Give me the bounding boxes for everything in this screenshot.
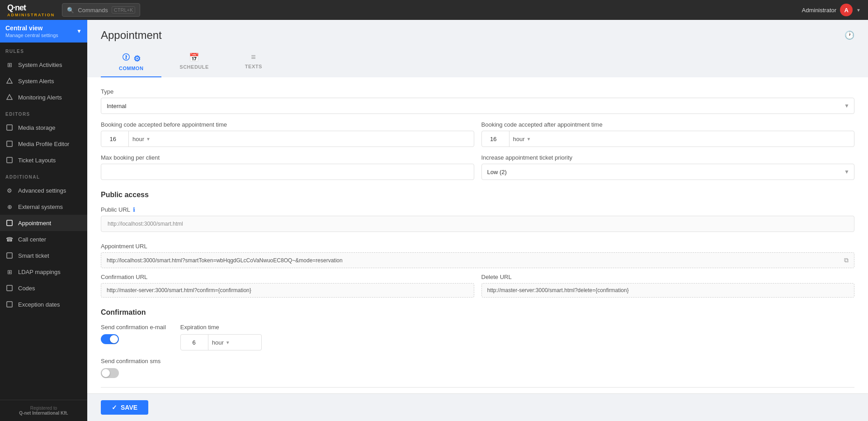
- expiration-time-input-row: hour ▼: [180, 334, 262, 350]
- codes-icon: [5, 284, 14, 292]
- max-booking-group: Max booking per client: [101, 154, 474, 180]
- tab-common[interactable]: ⚙ COMMON: [101, 49, 161, 77]
- booking-after-unit[interactable]: hour ▼: [509, 131, 535, 147]
- conf-del-url-row: Confirmation URL http://master-server:30…: [101, 274, 854, 298]
- sidebar-item-label: Media Profile Editor: [18, 141, 69, 147]
- sidebar-item-smart-ticket[interactable]: Smart ticket: [0, 247, 87, 264]
- confirmation-url-label: Confirmation URL: [101, 274, 474, 280]
- public-url-info-icon[interactable]: ℹ: [133, 206, 135, 213]
- sidebar-item-media-storage[interactable]: Media storage: [0, 119, 87, 136]
- send-email-label: Send confirmation e-mail: [101, 324, 166, 331]
- save-bar: ✓ SAVE: [87, 393, 868, 421]
- tab-texts[interactable]: ≡ TEXTS: [227, 49, 280, 77]
- user-dropdown-arrow[interactable]: ▼: [856, 8, 861, 13]
- topbar: Q·net ADMINISTRATION 🔍 Commands CTRL+K A…: [0, 0, 868, 20]
- booking-before-group: Booking code accepted before appointment…: [101, 121, 474, 147]
- save-checkmark-icon: ✓: [112, 404, 117, 411]
- type-select-arrow: ▼: [844, 103, 854, 109]
- delete-url-field: http://master-server:3000/smart.html?del…: [481, 283, 855, 298]
- booking-before-input-row: hour ▼: [101, 131, 474, 147]
- booking-before-unit[interactable]: hour ▼: [128, 131, 154, 147]
- booking-before-label: Booking code accepted before appointment…: [101, 121, 474, 128]
- sidebar-item-label: External systems: [18, 203, 63, 210]
- svg-rect-3: [7, 220, 12, 226]
- expiration-time-label: Expiration time: [180, 324, 262, 331]
- sidebar-item-appointment[interactable]: Appointment: [0, 215, 87, 231]
- search-bar[interactable]: 🔍 Commands CTRL+K: [62, 3, 140, 17]
- booking-before-input[interactable]: [101, 131, 128, 147]
- sidebar-item-ldap-mappings[interactable]: ⊞ LDAP mappings: [0, 264, 87, 280]
- svg-rect-6: [7, 302, 12, 307]
- copy-appointment-url-button[interactable]: ⧉: [844, 256, 849, 264]
- media-profile-editor-icon: [5, 140, 14, 148]
- external-systems-icon: ⊕: [5, 203, 14, 211]
- booking-after-label: Booking code accepted after appointment …: [481, 121, 855, 128]
- delete-url-label: Delete URL: [481, 274, 855, 280]
- send-sms-label: Send confirmation sms: [101, 358, 854, 364]
- system-activities-icon: ⊞: [5, 61, 14, 69]
- sidebar-item-label: System Alerts: [18, 78, 54, 85]
- sidebar-item-label: Exception dates: [18, 301, 60, 308]
- type-select-wrapper[interactable]: Internal External ▼: [101, 98, 854, 114]
- svg-rect-0: [7, 125, 12, 130]
- user-avatar[interactable]: A: [840, 4, 853, 16]
- sidebar-central-view[interactable]: Central view Manage central settings ▼: [0, 20, 87, 43]
- smart-ticket-icon: [5, 251, 14, 260]
- svg-rect-2: [7, 157, 12, 163]
- max-booking-input[interactable]: [101, 164, 474, 180]
- send-sms-toggle[interactable]: [101, 368, 119, 378]
- toggle-thumb-sms: [102, 369, 110, 377]
- sidebar-item-call-center[interactable]: ☎ Call center: [0, 231, 87, 247]
- send-email-group: Send confirmation e-mail: [101, 324, 166, 344]
- sidebar-brand: Q-net International Kft.: [5, 411, 82, 416]
- svg-rect-4: [7, 253, 12, 258]
- type-select[interactable]: Internal External: [101, 98, 844, 114]
- sidebar-item-advanced-settings[interactable]: ⚙ Advanced settings: [0, 182, 87, 199]
- sidebar-item-ticket-layouts[interactable]: Ticket Layouts: [0, 152, 87, 168]
- sidebar-item-external-systems[interactable]: ⊕ External systems: [0, 199, 87, 215]
- sidebar-subtitle: Manage central settings: [5, 33, 58, 38]
- sidebar-item-label: System Activities: [18, 61, 62, 68]
- toggle-thumb-email: [110, 335, 118, 343]
- priority-group: Increase appointment ticket priority Low…: [481, 154, 855, 180]
- sidebar-item-system-alerts[interactable]: System Alerts: [0, 73, 87, 89]
- sidebar-item-media-profile-editor[interactable]: Media Profile Editor: [0, 136, 87, 152]
- save-button[interactable]: ✓ SAVE: [101, 400, 148, 415]
- public-url-label: Public URL: [101, 206, 130, 213]
- send-email-row: Send confirmation e-mail Expiration time…: [101, 324, 854, 350]
- public-access-section: Public access Public URL ℹ http://localh…: [101, 191, 854, 298]
- sidebar-header-arrow: ▼: [76, 28, 82, 34]
- advanced-settings-icon: ⚙: [5, 186, 14, 194]
- content-header: Appointment 🕐: [87, 20, 868, 42]
- booking-row: Booking code accepted before appointment…: [101, 121, 854, 147]
- type-row: Type Internal External ▼: [101, 88, 854, 114]
- confirmation-title: Confirmation: [101, 308, 854, 317]
- delete-url-value: http://master-server:3000/smart.html?del…: [487, 287, 629, 293]
- history-icon[interactable]: 🕐: [844, 30, 854, 40]
- page-title: Appointment: [101, 29, 162, 42]
- sidebar-item-codes[interactable]: Codes: [0, 280, 87, 296]
- save-button-label: SAVE: [121, 404, 137, 411]
- sidebar-item-monitoring-alerts[interactable]: Monitoring Alerts: [0, 89, 87, 105]
- booking-before-unit-text: hour: [132, 136, 144, 142]
- sidebar-item-label: Appointment: [18, 220, 51, 227]
- booking-after-input[interactable]: [482, 131, 509, 147]
- expiration-unit[interactable]: hour ▼: [208, 335, 234, 350]
- expiration-time-input[interactable]: [181, 335, 208, 350]
- logo-subtitle: ADMINISTRATION: [7, 13, 55, 17]
- priority-select-wrapper[interactable]: Low (2) Medium (3) High (4) ▼: [481, 164, 855, 180]
- priority-select[interactable]: Low (2) Medium (3) High (4): [482, 164, 844, 180]
- search-shortcut: CTRL+K: [112, 6, 136, 14]
- send-email-toggle[interactable]: [101, 334, 119, 344]
- form-area: Type Internal External ▼ Booking code ac…: [87, 77, 868, 421]
- sidebar-item-label: Ticket Layouts: [18, 157, 56, 164]
- content-area: Appointment 🕐 ⚙ COMMON 📅 SCHEDULE ≡ TEXT…: [87, 20, 868, 421]
- tab-schedule[interactable]: 📅 SCHEDULE: [161, 49, 227, 77]
- ldap-icon: ⊞: [5, 268, 14, 276]
- user-name: Administrator: [802, 7, 837, 14]
- confirmation-url-group: Confirmation URL http://master-server:30…: [101, 274, 474, 298]
- sidebar-item-system-activities[interactable]: ⊞ System Activities: [0, 57, 87, 73]
- sidebar-item-exception-dates[interactable]: Exception dates: [0, 296, 87, 312]
- booking-after-input-row: hour ▼: [481, 131, 855, 147]
- tab-schedule-label: SCHEDULE: [179, 64, 209, 70]
